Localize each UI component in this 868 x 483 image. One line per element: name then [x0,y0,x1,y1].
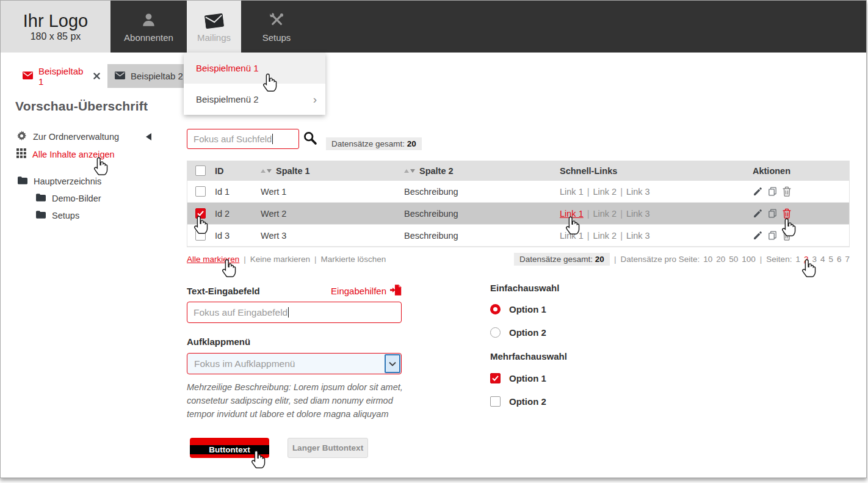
page-number[interactable]: 4 [820,255,825,264]
folder-item-hauptverzeichnis[interactable]: Hauptverzeichnis [18,176,101,186]
folder-icon [18,176,27,186]
close-icon[interactable] [93,73,100,79]
checkbox-option-1[interactable]: Option 1 [490,373,546,383]
page-number[interactable]: 5 [828,255,833,264]
copy-icon[interactable] [767,186,778,197]
sort-arrows-icon[interactable] [261,169,272,173]
sidebar-link-alle-inhalte[interactable]: Alle Inhalte anzeigen [16,148,115,160]
select-all-checkbox[interactable] [195,165,206,176]
quick-link[interactable]: Link 1 [560,231,584,241]
logo-subtitle: 180 x 85 px [31,31,81,42]
option-label: Option 2 [509,327,546,338]
cell-id: Id 2 [215,209,261,219]
records-total-value: 20 [407,139,416,148]
column-header-spalte1[interactable]: Spalte 1 [261,166,404,176]
sidebar-link-ordnerverwaltung[interactable]: Zur Ordnerverwaltung [16,131,119,143]
sidebar-collapse-icon[interactable] [146,133,151,140]
page-number[interactable]: 3 [812,255,817,264]
nav-item-setups[interactable]: Setups [241,1,312,53]
radio-option-2[interactable]: Option 2 [490,327,546,338]
sidebar-link-label: Zur Ordnerverwaltung [33,132,119,142]
records-total-value: 20 [595,255,604,264]
grid-icon [16,148,26,160]
per-page-option[interactable]: 20 [716,255,725,264]
secondary-button[interactable]: Langer Buttontext [288,438,368,458]
cell-spalte1: Wert 1 [261,187,404,197]
separator: | [244,255,246,264]
per-page-option[interactable]: 100 [742,255,756,264]
pages-label: Seiten: [766,255,792,264]
separator: | [587,209,590,219]
input-helpers-link[interactable]: Eingabehilfen [331,285,402,297]
page-number[interactable]: 7 [845,255,850,264]
quick-link[interactable]: Link 3 [626,231,650,241]
search-input-value: Fokus auf Suchfeld [193,134,272,144]
logo-placeholder: Ihr Logo 180 x 85 px [1,1,110,53]
logo-title: Ihr Logo [23,11,88,31]
nav-item-abonnenten[interactable]: Abonnenten [110,1,187,53]
chevron-down-icon[interactable] [385,354,400,373]
edit-pencil-icon[interactable] [753,186,763,197]
copy-icon[interactable] [767,230,778,241]
folder-item-setups[interactable]: Setups [36,211,79,220]
search-icon[interactable] [303,131,317,148]
sort-arrows-icon[interactable] [404,169,415,173]
primary-button[interactable]: Buttontext [190,438,269,458]
per-page-option[interactable]: 10 [703,255,712,264]
trash-icon[interactable] [782,230,792,241]
quick-link[interactable]: Link 3 [626,187,650,197]
main-nav: Abonnenten Mailings Setups [110,1,312,53]
text-input-field[interactable]: Fokus auf Eingabefeld [187,302,402,323]
tab-beispieltab-1[interactable]: Beispieltab 1 [15,64,107,88]
records-total-badge: Datensätze gesamt: 20 [326,137,422,150]
checkbox-checked-icon[interactable] [490,373,501,383]
quick-link-hover[interactable]: Link 1 [560,209,584,219]
trash-icon-hover[interactable] [782,208,792,219]
delete-selected-link[interactable]: Markierte löschen [321,255,386,264]
quick-link[interactable]: Link 1 [560,187,584,197]
option-label: Option 2 [509,396,546,407]
app-window: Ihr Logo 180 x 85 px Abonnenten Mailings [0,0,867,478]
nav-item-mailings[interactable]: Mailings [187,1,241,53]
separator: | [587,187,590,197]
select-none-link[interactable]: Keine markieren [250,255,310,264]
separator: | [314,255,317,264]
radio-checked-icon[interactable] [490,304,501,314]
page-title: Vorschau-Überschrift [15,99,148,114]
page-number[interactable]: 6 [837,255,842,264]
option-label: Option 1 [509,373,546,383]
trash-icon[interactable] [782,186,792,197]
row-checkbox-checked[interactable] [195,208,206,219]
menu-item-beispielmenu-2[interactable]: Beispielmenü 2 › [184,84,325,115]
edit-pencil-icon[interactable] [753,208,763,219]
radio-unchecked-icon[interactable] [490,327,501,338]
quick-link[interactable]: Link 2 [593,231,617,241]
checkbox-option-2[interactable]: Option 2 [490,396,546,407]
nav-item-label: Abonnenten [124,32,173,43]
dropdown-select[interactable]: Fokus im Aufklappmenü [187,353,402,374]
folder-item-demo-bilder[interactable]: Demo-Bilder [36,194,101,203]
copy-icon[interactable] [767,208,778,219]
menu-item-beispielmenu-1[interactable]: Beispielmenü 1 [184,53,325,84]
nav-item-label: Setups [262,32,291,43]
text-caret [288,307,289,318]
select-all-link[interactable]: Alle markieren [187,255,239,264]
row-checkbox[interactable] [195,230,206,241]
edit-pencil-icon[interactable] [753,230,763,241]
per-page-option[interactable]: 50 [729,255,738,264]
quick-link[interactable]: Link 3 [626,209,650,219]
table-header-row: ID Spalte 1 Spalte 2 Schnell-Links Aktio… [187,161,849,181]
menu-item-label: Beispielmenü 2 [196,94,259,104]
search-input[interactable]: Fokus auf Suchfeld [187,129,299,149]
input-helpers-label: Eingabehilfen [331,286,386,296]
checkbox-unchecked-icon[interactable] [490,396,501,407]
quick-link[interactable]: Link 2 [593,187,617,197]
column-header-spalte2[interactable]: Spalte 2 [404,166,560,176]
quick-link[interactable]: Link 2 [593,209,617,219]
page-number-active[interactable]: 2 [804,255,809,264]
radio-option-1[interactable]: Option 1 [490,304,546,314]
column-header-id[interactable]: ID [215,166,261,176]
folder-label: Setups [52,211,79,220]
row-checkbox[interactable] [195,186,206,197]
page-number[interactable]: 1 [795,255,800,264]
